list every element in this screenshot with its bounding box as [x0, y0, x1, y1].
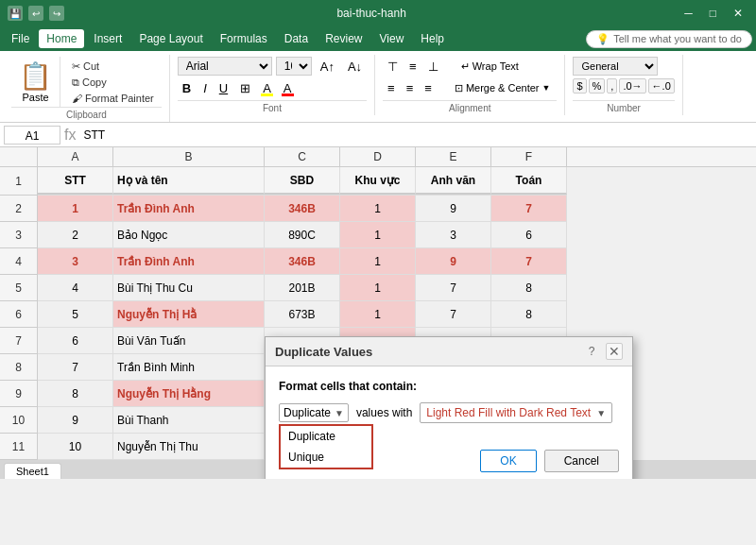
cell-3c[interactable]: 890C [265, 222, 340, 247]
cell-11a[interactable]: 10 [38, 434, 113, 459]
header-anh-van[interactable]: Anh văn [416, 167, 491, 195]
tell-me-box[interactable]: 💡 Tell me what you want to do [586, 30, 752, 48]
comma-btn[interactable]: , [607, 78, 617, 94]
menu-formulas[interactable]: Formulas [213, 29, 275, 48]
bold-button[interactable]: B [178, 78, 196, 97]
menu-insert[interactable]: Insert [86, 29, 129, 48]
decrease-font-btn[interactable]: A↓ [343, 57, 367, 76]
align-left-btn[interactable]: ≡ [383, 78, 400, 97]
row-header-10[interactable]: 10 [0, 407, 38, 434]
cell-5a[interactable]: 4 [38, 275, 113, 300]
formula-input[interactable] [79, 126, 752, 145]
row-header-11[interactable]: 11 [0, 434, 38, 460]
italic-button[interactable]: I [198, 78, 212, 97]
menu-page-layout[interactable]: Page Layout [131, 29, 210, 48]
col-header-f[interactable]: F [491, 147, 567, 166]
cell-6f[interactable]: 8 [491, 301, 567, 327]
row-header-7[interactable]: 7 [0, 328, 38, 354]
copy-button[interactable]: ⧉ Copy [68, 76, 158, 90]
underline-button[interactable]: U [215, 78, 232, 97]
row-header-3[interactable]: 3 [0, 222, 38, 248]
cell-7a[interactable]: 6 [38, 328, 113, 353]
row-header-4[interactable]: 4 [0, 248, 38, 275]
cell-10a[interactable]: 9 [38, 407, 113, 433]
align-right-btn[interactable]: ≡ [420, 78, 437, 97]
col-header-d[interactable]: D [340, 147, 416, 166]
minimize-icon[interactable]: ─ [679, 7, 698, 20]
number-format-select[interactable]: General [573, 57, 658, 76]
undo-icon[interactable]: ↩ [28, 6, 43, 21]
col-header-e[interactable]: E [416, 147, 491, 166]
cell-6b[interactable]: Nguyễn Thị Hằ [113, 301, 265, 327]
cell-6d[interactable]: 1 [340, 301, 416, 327]
header-khu-vuc[interactable]: Khu vực [340, 167, 416, 195]
row-header-6[interactable]: 6 [0, 301, 38, 328]
cell-11b[interactable]: Nguyễn Thị Thu [113, 434, 265, 459]
increase-font-btn[interactable]: A↑ [316, 57, 339, 76]
cell-3e[interactable]: 3 [416, 222, 491, 247]
cell-3d[interactable]: 1 [340, 222, 416, 247]
cell-4b[interactable]: Trần Đình Anh [113, 248, 265, 274]
menu-review[interactable]: Review [318, 29, 369, 48]
format-style-dropdown[interactable]: Light Red Fill with Dark Red Text ▼ [420, 402, 612, 423]
cell-5e[interactable]: 7 [416, 275, 491, 300]
row-header-8[interactable]: 8 [0, 354, 38, 381]
type-option-duplicate[interactable]: Duplicate [281, 426, 371, 447]
percent-btn[interactable]: % [589, 78, 606, 94]
cell-6a[interactable]: 5 [38, 301, 113, 327]
menu-data[interactable]: Data [277, 29, 316, 48]
cell-2e[interactable]: 9 [416, 196, 491, 221]
cell-4e[interactable]: 9 [416, 248, 491, 274]
menu-help[interactable]: Help [413, 29, 452, 48]
col-header-c[interactable]: C [265, 147, 340, 166]
cell-9a[interactable]: 8 [38, 381, 113, 406]
font-family-select[interactable]: Arial [178, 57, 272, 76]
type-dropdown[interactable]: Duplicate ▼ [279, 403, 349, 422]
cancel-button[interactable]: Cancel [544, 450, 619, 472]
cell-5c[interactable]: 201B [265, 275, 340, 300]
cell-2f[interactable]: 7 [491, 196, 567, 221]
row-header-1[interactable]: 1 [0, 167, 38, 196]
cell-2d[interactable]: 1 [340, 196, 416, 221]
cell-4a[interactable]: 3 [38, 248, 113, 274]
decrease-decimal-btn[interactable]: ←.0 [648, 78, 675, 94]
cell-5b[interactable]: Bùi Thị Thu Cu [113, 275, 265, 300]
menu-view[interactable]: View [372, 29, 412, 48]
fill-color-button[interactable]: A [258, 78, 276, 97]
col-header-b[interactable]: B [113, 147, 265, 166]
type-option-unique[interactable]: Unique [281, 447, 371, 468]
cell-8a[interactable]: 7 [38, 354, 113, 380]
increase-decimal-btn[interactable]: .0→ [619, 78, 645, 94]
save-icon[interactable]: 💾 [8, 6, 23, 21]
row-header-9[interactable]: 9 [0, 381, 38, 407]
col-header-a[interactable]: A [38, 147, 113, 166]
cell-4c[interactable]: 346B [265, 248, 340, 274]
header-ho-ten[interactable]: Họ và tên [113, 167, 265, 195]
cut-button[interactable]: ✂ Cut [68, 60, 158, 74]
cell-4d[interactable]: 1 [340, 248, 416, 274]
font-size-select[interactable]: 10 [276, 57, 312, 76]
align-bottom-btn[interactable]: ⊥ [423, 57, 443, 76]
cell-4f[interactable]: 7 [491, 248, 567, 274]
cell-6e[interactable]: 7 [416, 301, 491, 327]
menu-file[interactable]: File [4, 29, 37, 48]
header-sbd[interactable]: SBD [265, 167, 340, 195]
cell-10b[interactable]: Bùi Thanh [113, 407, 265, 433]
cell-2b[interactable]: Trần Đình Anh [113, 196, 265, 221]
align-middle-btn[interactable]: ≡ [404, 57, 421, 76]
wrap-text-button[interactable]: ↵ Wrap Text [455, 57, 525, 76]
cell-9b[interactable]: Nguyễn Thị Hằng [113, 381, 265, 406]
cell-reference-box[interactable]: A1 [4, 126, 60, 145]
cell-3a[interactable]: 2 [38, 222, 113, 247]
cell-7b[interactable]: Bùi Văn Tuấn [113, 328, 265, 353]
cell-5d[interactable]: 1 [340, 275, 416, 300]
align-center-btn[interactable]: ≡ [402, 78, 419, 97]
cell-3b[interactable]: Bảo Ngọc [113, 222, 265, 247]
currency-btn[interactable]: $ [573, 78, 586, 94]
dialog-close-button[interactable]: ✕ [606, 343, 623, 360]
redo-icon[interactable]: ↪ [49, 6, 64, 21]
menu-home[interactable]: Home [39, 29, 84, 48]
cell-6c[interactable]: 673B [265, 301, 340, 327]
font-color-button[interactable]: A [279, 78, 297, 97]
maximize-icon[interactable]: □ [704, 7, 722, 20]
